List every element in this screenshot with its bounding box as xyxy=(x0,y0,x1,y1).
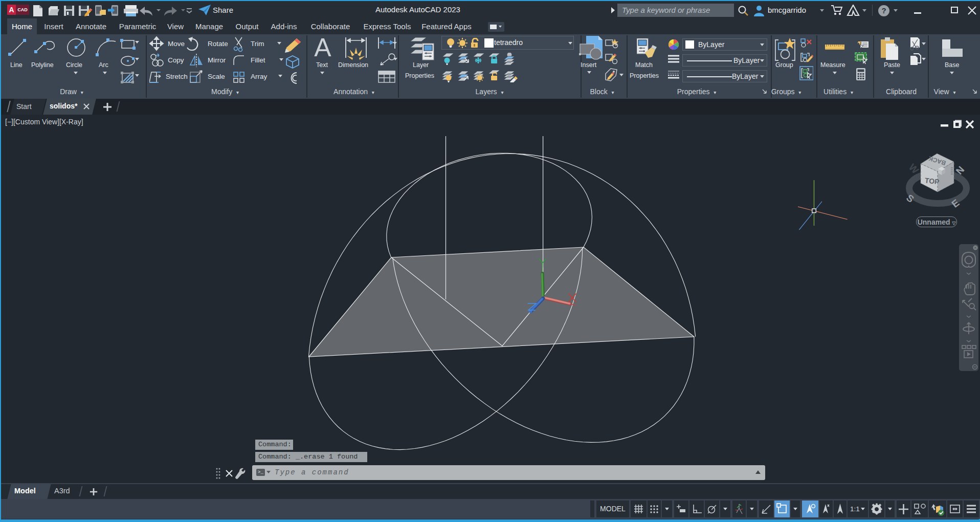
svg-text:?: ? xyxy=(881,6,886,15)
